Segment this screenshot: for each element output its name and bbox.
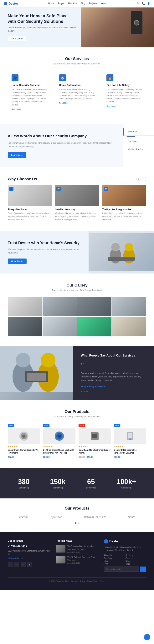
testimonial-quote-text: Everyone on the team of Dester is easy t… bbox=[81, 372, 146, 382]
gallery-cell-6[interactable] bbox=[78, 317, 111, 336]
footer-phone[interactable]: +1 718-999-3939 bbox=[8, 545, 50, 548]
gallery-cell-2[interactable] bbox=[78, 297, 111, 316]
footer-grid: Get in Touch +1 718-999-3939 1107 Washin… bbox=[8, 539, 146, 572]
why-card-img-1: 🔑 bbox=[55, 185, 99, 206]
lock-body bbox=[134, 20, 139, 26]
gallery-cell-4[interactable] bbox=[8, 317, 42, 336]
testimonial-title: What People Say About Our Services bbox=[81, 354, 146, 358]
newsletter-email-input[interactable] bbox=[104, 566, 139, 572]
product-badge-1: NEW bbox=[43, 424, 49, 427]
service-readmore-1[interactable]: Read More bbox=[59, 102, 95, 104]
brands-dot-1[interactable] bbox=[78, 522, 79, 524]
hero-description: Dester provides top-notch security syste… bbox=[8, 26, 77, 33]
service-readmore-0[interactable]: Read More bbox=[12, 108, 48, 110]
nav-about[interactable]: About Us bbox=[68, 2, 77, 5]
few-words-section: A Few Words About Our Security Company F… bbox=[0, 124, 154, 167]
sidebar-item-about[interactable]: About Us bbox=[123, 128, 154, 136]
product-badge-0: NEW bbox=[8, 424, 14, 427]
testimonial-nav bbox=[81, 391, 146, 392]
few-words-description: For over 20 years we have made the secur… bbox=[8, 141, 115, 148]
product-card-0: NEW ★★★★★ Snap Smart Home Security Wi-Fi… bbox=[8, 424, 40, 459]
testimonial-author: Emily Alberry-Lawrence bbox=[81, 385, 146, 388]
footer-contact-title: Get in Touch bbox=[8, 539, 50, 542]
footer-link-4[interactable]: Blog bbox=[104, 560, 125, 562]
hero-cta-button[interactable]: Get a Quote bbox=[8, 36, 26, 41]
footer-news-1: The 10 Rules of Frameage From Your Year … bbox=[56, 556, 98, 564]
gallery-cell-1[interactable] bbox=[43, 297, 76, 316]
why-next-button[interactable]: › bbox=[142, 177, 146, 181]
product-title-3: Dester D430 Biometric Fingerprint Scanne… bbox=[114, 448, 146, 454]
newsletter-submit-button[interactable]: → bbox=[140, 566, 146, 572]
nav-links: Home Pages About Us Blog Projects News bbox=[48, 2, 106, 5]
svg-rect-4 bbox=[108, 257, 135, 261]
twitter-icon[interactable]: t bbox=[14, 562, 19, 567]
why-prev-button[interactable]: ‹ bbox=[136, 177, 140, 181]
footer-link-3[interactable]: Projects bbox=[125, 557, 146, 559]
youtube-icon[interactable]: ▶ bbox=[27, 562, 32, 567]
nav-pages[interactable]: Pages bbox=[58, 2, 64, 5]
logo-dot bbox=[4, 2, 7, 5]
brands-dot-0[interactable] bbox=[75, 522, 76, 524]
footer-link-1[interactable]: Services bbox=[125, 554, 146, 556]
gallery-title: Our Gallery bbox=[8, 283, 146, 288]
brands-section: Our Products Trikone SpaShot CITRUS HARL… bbox=[0, 498, 154, 532]
footer-address: 1107 Washington Ave Brownstone Butwinfly… bbox=[8, 549, 50, 556]
footer-link-5[interactable]: News bbox=[125, 560, 146, 562]
brand-logo[interactable]: Dester bbox=[4, 2, 18, 5]
nav-blog[interactable]: Blog bbox=[81, 2, 85, 5]
product-card-2: SALE ★★★★☆ Guardian-340 Electronic Buzze… bbox=[79, 424, 111, 459]
why-card-1: 🔑 Installed Your way We always take into… bbox=[55, 185, 99, 221]
user-icon[interactable]: 👤 bbox=[147, 2, 150, 5]
why-card-img-2: 🏠 bbox=[102, 185, 146, 206]
search-icon[interactable]: 🔍 bbox=[136, 2, 140, 5]
nav-home[interactable]: Home bbox=[48, 2, 54, 5]
services-grid: 🎥 Home Security Cameras We offer the mos… bbox=[8, 70, 146, 114]
gallery-cell-5[interactable] bbox=[43, 317, 76, 336]
phone-icon[interactable]: 📞 bbox=[142, 2, 145, 5]
nav-projects[interactable]: Projects bbox=[89, 2, 97, 5]
brands-nav-dots bbox=[8, 522, 146, 524]
footer-link-6[interactable]: FAQ bbox=[104, 563, 125, 565]
trust-cta-button[interactable]: Get a Quote bbox=[8, 258, 27, 264]
gallery-cell-3[interactable] bbox=[112, 297, 146, 316]
service-readmore-2[interactable]: Read More bbox=[106, 105, 142, 108]
footer-links: About Us Services Our Team Projects Blog… bbox=[104, 554, 146, 565]
footer-news-date-0: August 15, 2019 bbox=[67, 551, 98, 553]
testimonial-nav-1[interactable] bbox=[84, 391, 85, 392]
sidebar-item-mission[interactable]: Mission & Vision bbox=[123, 145, 154, 153]
footer-news-text-0: Top 5 practical tips for securing your h… bbox=[67, 545, 98, 550]
product-img-3 bbox=[114, 428, 146, 444]
products-grid: NEW ★★★★★ Snap Smart Home Security Wi-Fi… bbox=[8, 424, 146, 459]
footer-copyright: © 2019 Dester. All Rights Reserved. Priv… bbox=[8, 578, 146, 582]
footer-link-0[interactable]: About Us bbox=[104, 554, 125, 556]
why-card-title-0: Always Monitored bbox=[8, 208, 52, 211]
footer-logo-dot bbox=[104, 539, 108, 544]
why-card-title-1: Installed Your way bbox=[55, 208, 99, 211]
footer-email[interactable]: info@website.com bbox=[8, 557, 50, 560]
nav-news[interactable]: News bbox=[101, 2, 106, 5]
brand-3: Smile bbox=[128, 516, 135, 518]
door-lock-image bbox=[131, 11, 142, 34]
why-card-desc-1: We always take into account all your wis… bbox=[55, 212, 99, 221]
svg-point-14 bbox=[22, 434, 25, 438]
linkedin-icon[interactable]: in bbox=[21, 562, 26, 567]
learn-more-button[interactable]: Learn More bbox=[8, 152, 26, 158]
footer-link-2[interactable]: Our Team bbox=[104, 557, 125, 559]
footer-link-7[interactable]: Shop bbox=[125, 563, 146, 565]
service-desc-0: We offer the most state-of-the-art secur… bbox=[12, 88, 48, 106]
stat-label-3: Something bbox=[117, 486, 136, 489]
facebook-icon[interactable]: f bbox=[8, 562, 13, 567]
testimonial-nav-0[interactable] bbox=[81, 391, 82, 392]
hero-text: Make Your Home a Safe Place with Our Sec… bbox=[0, 8, 81, 47]
product-price-1: $89.00 bbox=[43, 456, 50, 458]
gallery-cell-7[interactable] bbox=[112, 317, 146, 336]
testimonial-nav-2[interactable] bbox=[86, 391, 88, 392]
product-stars-2: ★★★★☆ bbox=[79, 445, 111, 448]
sidebar-item-goals[interactable]: Our Goals bbox=[123, 138, 154, 145]
svg-point-3 bbox=[125, 243, 133, 252]
why-card-desc-2: If a burglary occurs while your security… bbox=[102, 212, 146, 221]
why-section: Why Choose Us ‹ › 🎥 Always Monitored Des… bbox=[0, 167, 154, 231]
trust-title: Trust Dester with Your Home's Security bbox=[8, 240, 81, 245]
footer-news-date-1: August 15, 2019 bbox=[67, 562, 98, 564]
gallery-cell-0[interactable] bbox=[8, 297, 42, 316]
